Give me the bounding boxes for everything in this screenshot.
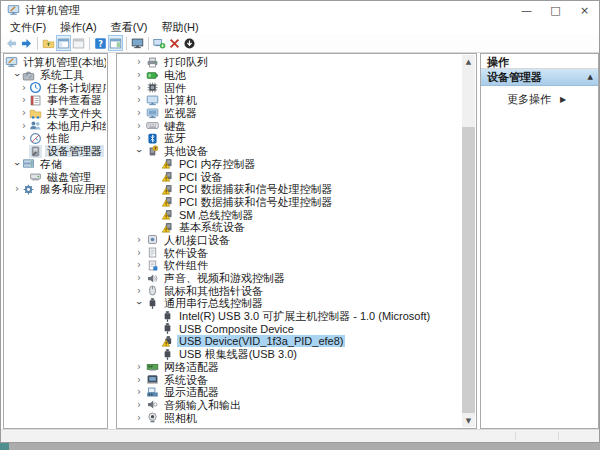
menu-file[interactable]: 文件(F) bbox=[3, 20, 53, 34]
expander-icon[interactable]: › bbox=[132, 57, 146, 67]
sidebar-item-services-and-applications[interactable]: ›服务和应用程序 bbox=[5, 183, 106, 196]
item-label: 事件查看器 bbox=[45, 94, 104, 106]
device-tree-item-software-components[interactable]: ›软件组件 bbox=[118, 259, 462, 272]
maximize-button[interactable]: □ bbox=[541, 1, 570, 20]
export-list-button[interactable] bbox=[71, 35, 86, 51]
device-tree-item-keyboards[interactable]: ›键盘 bbox=[118, 119, 462, 132]
expander-icon[interactable]: › bbox=[12, 184, 22, 194]
expander-icon[interactable]: › bbox=[19, 95, 29, 105]
expander-icon[interactable]: › bbox=[132, 121, 146, 131]
expander-icon[interactable]: › bbox=[134, 296, 144, 310]
device-tree-item-pci-data-signal-controller-2[interactable]: PCI 数据捕获和信号处理控制器 bbox=[118, 196, 462, 209]
sidebar-item-task-scheduler[interactable]: ›任务计划程序 bbox=[5, 81, 106, 94]
expander-icon[interactable]: › bbox=[132, 95, 146, 105]
expander-icon[interactable]: › bbox=[132, 248, 146, 258]
expander-icon[interactable]: › bbox=[132, 400, 146, 410]
forward-button[interactable] bbox=[19, 35, 34, 51]
menu-help[interactable]: 帮助(H) bbox=[154, 20, 205, 34]
menu-view[interactable]: 查看(V) bbox=[104, 20, 155, 34]
collapse-section-icon[interactable]: ▲ bbox=[588, 73, 593, 81]
expander-icon[interactable]: › bbox=[132, 413, 146, 423]
expander-icon[interactable]: › bbox=[132, 273, 146, 283]
scrollbar-thumb[interactable] bbox=[462, 127, 475, 413]
expander-icon[interactable]: › bbox=[132, 375, 146, 385]
up-level-button[interactable] bbox=[41, 35, 56, 51]
item-label: 存储 bbox=[38, 158, 64, 170]
device-tree-item-print-queues[interactable]: ›打印队列 bbox=[118, 56, 462, 69]
sidebar-item-local-users-and-groups[interactable]: ›本地用户和组 bbox=[5, 119, 106, 132]
device-tree-item-system-devices[interactable]: ›系统设备 bbox=[118, 373, 462, 386]
sidebar-item-computer-management-local[interactable]: 计算机管理(本地) bbox=[5, 56, 106, 69]
device-tree-item-usb-controllers[interactable]: ›通用串行总线控制器 bbox=[118, 297, 462, 310]
menu-action[interactable]: 操作(A) bbox=[53, 20, 104, 34]
device-tree-item-computer[interactable]: ›计算机 bbox=[118, 94, 462, 107]
vertical-scrollbar[interactable]: ▲ ▼ bbox=[462, 55, 475, 427]
show-console-tree-button[interactable] bbox=[56, 35, 71, 51]
device-tree-item-pci-device[interactable]: PCI 设备 bbox=[118, 170, 462, 183]
item-label: 软件设备 bbox=[162, 247, 210, 259]
device-tree-item-batteries[interactable]: ›电池 bbox=[118, 69, 462, 82]
device-tree-item-cameras[interactable]: ›照相机 bbox=[118, 411, 462, 424]
expander-icon[interactable]: › bbox=[132, 108, 146, 118]
scan-hardware-changes-button[interactable] bbox=[152, 35, 167, 51]
device-tree-item-pci-data-signal-controller-1[interactable]: PCI 数据捕获和信号处理控制器 bbox=[118, 183, 462, 196]
expander-icon[interactable]: › bbox=[132, 362, 146, 372]
sidebar-item-storage[interactable]: ›存储 bbox=[5, 158, 106, 171]
device-tree-item-usb-device-vid-1f3a-pid-efe8[interactable]: USB Device(VID_1f3a_PID_efe8) bbox=[118, 335, 462, 348]
tb-uninstall-icon bbox=[168, 37, 181, 50]
device-tree-item-audio-inputs-and-outputs[interactable]: ›音频输入和输出 bbox=[118, 399, 462, 412]
expander-icon[interactable]: › bbox=[19, 133, 29, 143]
expander-icon[interactable]: › bbox=[132, 235, 146, 245]
device-tree-item-network-adapters[interactable]: ›网络适配器 bbox=[118, 361, 462, 374]
minimize-button[interactable]: — bbox=[512, 1, 541, 20]
expander-icon[interactable]: › bbox=[19, 121, 29, 131]
device-tree-item-firmware[interactable]: ›固件 bbox=[118, 81, 462, 94]
expander-icon[interactable]: › bbox=[134, 144, 144, 158]
expander-icon[interactable]: › bbox=[132, 83, 146, 93]
uninstall-device-button[interactable] bbox=[167, 35, 182, 51]
expander-icon[interactable]: › bbox=[19, 108, 29, 118]
device-tree-item-sound-video-game-controllers[interactable]: ›声音、视频和游戏控制器 bbox=[118, 272, 462, 285]
back-button[interactable] bbox=[4, 35, 19, 51]
help-button[interactable] bbox=[93, 35, 108, 51]
expander-icon[interactable]: › bbox=[19, 83, 29, 93]
sidebar-item-device-manager[interactable]: 设备管理器 bbox=[5, 145, 106, 158]
device-tree-item-usb-composite-device[interactable]: USB Composite Device bbox=[118, 322, 462, 335]
sidebar-item-event-viewer[interactable]: ›事件查看器 bbox=[5, 94, 106, 107]
device-tree-item-base-system-device[interactable]: 基本系统设备 bbox=[118, 221, 462, 234]
expander-icon[interactable]: › bbox=[132, 260, 146, 270]
device-tree-item-sm-bus-controller[interactable]: SM 总线控制器 bbox=[118, 208, 462, 221]
device-tree-item-bluetooth[interactable]: ›蓝牙 bbox=[118, 132, 462, 145]
device-tree-item-other-devices[interactable]: ›其他设备 bbox=[118, 145, 462, 158]
expander-icon[interactable]: › bbox=[132, 133, 146, 143]
device-tree-item-software-devices[interactable]: ›软件设备 bbox=[118, 246, 462, 259]
tb-actionpane-icon bbox=[109, 37, 122, 50]
device-tree-item-display-adapters[interactable]: ›显示适配器 bbox=[118, 386, 462, 399]
sidebar-item-performance[interactable]: ›性能 bbox=[5, 132, 106, 145]
device-tree-item-pci-memory-controller[interactable]: PCI 内存控制器 bbox=[118, 158, 462, 171]
device-tree-item-mice-and-pointing-devices[interactable]: ›鼠标和其他指针设备 bbox=[118, 284, 462, 297]
sidebar-item-shared-folders[interactable]: ›共享文件夹 bbox=[5, 107, 106, 120]
expander-icon[interactable]: › bbox=[12, 70, 22, 80]
tb-scan-icon bbox=[153, 37, 166, 50]
sidebar-item-disk-management[interactable]: 磁盘管理 bbox=[5, 170, 106, 183]
scrollbar-up-icon[interactable]: ▲ bbox=[462, 55, 475, 68]
usb-icon bbox=[146, 297, 159, 310]
expander-icon[interactable]: › bbox=[132, 286, 146, 296]
expander-icon[interactable]: › bbox=[12, 159, 22, 169]
close-button[interactable]: × bbox=[570, 1, 599, 20]
item-label: 系统设备 bbox=[162, 374, 210, 386]
expander-icon[interactable]: › bbox=[132, 70, 146, 80]
sidebar-item-system-tools[interactable]: ›系统工具 bbox=[5, 69, 106, 82]
disable-device-button[interactable] bbox=[182, 35, 197, 51]
show-action-pane-button[interactable] bbox=[108, 35, 123, 51]
device-tree-item-usb-root-hub[interactable]: USB 根集线器(USB 3.0) bbox=[118, 348, 462, 361]
device-tree-item-intel-usb3-host-controller[interactable]: Intel(R) USB 3.0 可扩展主机控制器 - 1.0 (Microso… bbox=[118, 310, 462, 323]
device-tree-item-monitors[interactable]: ›监视器 bbox=[118, 107, 462, 120]
actions-section-device-manager[interactable]: 设备管理器 ▲ bbox=[481, 69, 598, 86]
expander-icon[interactable]: › bbox=[132, 387, 146, 397]
more-actions-item[interactable]: 更多操作 ▶ bbox=[481, 92, 598, 107]
scrollbar-down-icon[interactable]: ▼ bbox=[462, 414, 475, 427]
device-tree-item-human-interface-devices[interactable]: ›人机接口设备 bbox=[118, 234, 462, 247]
properties-button[interactable] bbox=[130, 35, 145, 51]
